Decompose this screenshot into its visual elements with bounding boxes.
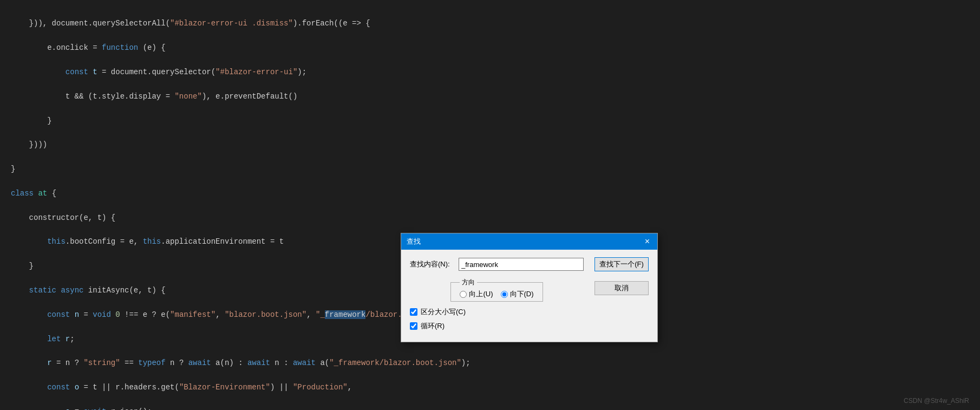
- code-line: }: [11, 115, 969, 127]
- cancel-button[interactable]: 取消: [594, 281, 649, 295]
- case-sensitive-checkbox[interactable]: [410, 308, 417, 316]
- loop-checkbox[interactable]: [410, 322, 417, 330]
- loop-label[interactable]: 循环(R): [421, 321, 445, 331]
- code-line: constructor(e, t) {: [11, 212, 969, 224]
- direction-up-radio[interactable]: [460, 291, 467, 298]
- direction-up-text: 向上(U): [469, 289, 493, 299]
- direction-legend: 方向: [460, 278, 477, 287]
- dialog-titlebar: 查找 ×: [401, 233, 657, 250]
- find-next-button[interactable]: 查找下一个(F): [594, 257, 649, 271]
- direction-down-label[interactable]: 向下(D): [501, 289, 534, 299]
- code-line: t && (t.style.display = "none"), e.preve…: [11, 90, 969, 102]
- code-editor: })), document.querySelectorAll("#blazor-…: [0, 0, 980, 410]
- search-input[interactable]: [459, 258, 584, 271]
- find-dialog: 查找 × 查找内容(N): 查找下一个(F) 方向 向上(U): [401, 233, 658, 342]
- code-line: e.onclick = function (e) {: [11, 42, 969, 54]
- search-label: 查找内容(N):: [410, 259, 459, 269]
- direction-down-radio[interactable]: [501, 291, 508, 298]
- code-line: const o = t || r.headers.get("Blazor-Env…: [11, 381, 969, 393]
- direction-radio-group: 向上(U) 向下(D): [460, 289, 533, 299]
- loop-row: 循环(R): [410, 321, 649, 331]
- code-line: r = n ? "string" == typeof n ? await a(n…: [11, 357, 969, 369]
- direction-down-text: 向下(D): [510, 289, 534, 299]
- code-line: s = await r.json();: [11, 406, 969, 410]
- case-sensitive-row: 区分大小写(C): [410, 307, 649, 317]
- dialog-title: 查找: [407, 237, 421, 246]
- code-line: }))): [11, 139, 969, 151]
- code-line: const t = document.querySelector("#blazo…: [11, 66, 969, 78]
- dialog-body: 查找内容(N): 查找下一个(F) 方向 向上(U): [401, 250, 657, 342]
- code-line: })), document.querySelectorAll("#blazor-…: [11, 17, 969, 29]
- code-line: class at {: [11, 187, 969, 199]
- code-line: }: [11, 163, 969, 175]
- dialog-close-button[interactable]: ×: [643, 237, 652, 246]
- case-sensitive-label[interactable]: 区分大小写(C): [421, 307, 466, 317]
- direction-up-label[interactable]: 向上(U): [460, 289, 493, 299]
- watermark: CSDN @Str4w_AShiR: [904, 397, 969, 405]
